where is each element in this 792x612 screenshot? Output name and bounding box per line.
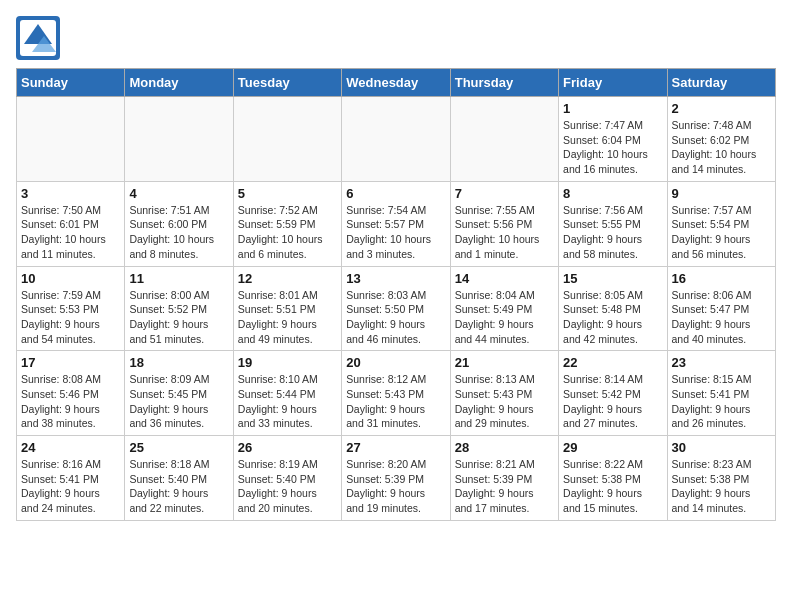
day-number: 3 <box>21 186 120 201</box>
calendar-cell: 24Sunrise: 8:16 AM Sunset: 5:41 PM Dayli… <box>17 436 125 521</box>
day-info: Sunrise: 8:04 AM Sunset: 5:49 PM Dayligh… <box>455 288 554 347</box>
calendar-cell: 12Sunrise: 8:01 AM Sunset: 5:51 PM Dayli… <box>233 266 341 351</box>
logo <box>16 16 64 60</box>
calendar-cell: 27Sunrise: 8:20 AM Sunset: 5:39 PM Dayli… <box>342 436 450 521</box>
logo-icon <box>16 16 60 60</box>
day-info: Sunrise: 8:01 AM Sunset: 5:51 PM Dayligh… <box>238 288 337 347</box>
calendar-cell: 25Sunrise: 8:18 AM Sunset: 5:40 PM Dayli… <box>125 436 233 521</box>
day-number: 6 <box>346 186 445 201</box>
day-info: Sunrise: 8:05 AM Sunset: 5:48 PM Dayligh… <box>563 288 662 347</box>
calendar-body: 1Sunrise: 7:47 AM Sunset: 6:04 PM Daylig… <box>17 97 776 521</box>
calendar-cell: 14Sunrise: 8:04 AM Sunset: 5:49 PM Dayli… <box>450 266 558 351</box>
calendar-cell: 16Sunrise: 8:06 AM Sunset: 5:47 PM Dayli… <box>667 266 775 351</box>
weekday-header-saturday: Saturday <box>667 69 775 97</box>
day-number: 18 <box>129 355 228 370</box>
calendar-week-3: 10Sunrise: 7:59 AM Sunset: 5:53 PM Dayli… <box>17 266 776 351</box>
day-info: Sunrise: 7:48 AM Sunset: 6:02 PM Dayligh… <box>672 118 771 177</box>
day-info: Sunrise: 8:14 AM Sunset: 5:42 PM Dayligh… <box>563 372 662 431</box>
day-info: Sunrise: 7:56 AM Sunset: 5:55 PM Dayligh… <box>563 203 662 262</box>
calendar-cell <box>233 97 341 182</box>
calendar-cell: 1Sunrise: 7:47 AM Sunset: 6:04 PM Daylig… <box>559 97 667 182</box>
day-number: 5 <box>238 186 337 201</box>
calendar-week-4: 17Sunrise: 8:08 AM Sunset: 5:46 PM Dayli… <box>17 351 776 436</box>
day-info: Sunrise: 7:47 AM Sunset: 6:04 PM Dayligh… <box>563 118 662 177</box>
calendar-cell: 18Sunrise: 8:09 AM Sunset: 5:45 PM Dayli… <box>125 351 233 436</box>
weekday-header-monday: Monday <box>125 69 233 97</box>
day-info: Sunrise: 8:16 AM Sunset: 5:41 PM Dayligh… <box>21 457 120 516</box>
day-number: 4 <box>129 186 228 201</box>
day-number: 11 <box>129 271 228 286</box>
day-info: Sunrise: 8:20 AM Sunset: 5:39 PM Dayligh… <box>346 457 445 516</box>
day-number: 14 <box>455 271 554 286</box>
calendar-week-5: 24Sunrise: 8:16 AM Sunset: 5:41 PM Dayli… <box>17 436 776 521</box>
day-info: Sunrise: 8:13 AM Sunset: 5:43 PM Dayligh… <box>455 372 554 431</box>
day-number: 19 <box>238 355 337 370</box>
calendar-cell: 23Sunrise: 8:15 AM Sunset: 5:41 PM Dayli… <box>667 351 775 436</box>
day-info: Sunrise: 7:57 AM Sunset: 5:54 PM Dayligh… <box>672 203 771 262</box>
calendar-cell <box>342 97 450 182</box>
calendar-cell <box>125 97 233 182</box>
weekday-header-thursday: Thursday <box>450 69 558 97</box>
weekday-header-sunday: Sunday <box>17 69 125 97</box>
day-number: 15 <box>563 271 662 286</box>
calendar-week-2: 3Sunrise: 7:50 AM Sunset: 6:01 PM Daylig… <box>17 181 776 266</box>
day-number: 23 <box>672 355 771 370</box>
calendar-cell: 10Sunrise: 7:59 AM Sunset: 5:53 PM Dayli… <box>17 266 125 351</box>
day-info: Sunrise: 8:18 AM Sunset: 5:40 PM Dayligh… <box>129 457 228 516</box>
day-number: 21 <box>455 355 554 370</box>
day-number: 26 <box>238 440 337 455</box>
weekday-header-tuesday: Tuesday <box>233 69 341 97</box>
day-info: Sunrise: 7:54 AM Sunset: 5:57 PM Dayligh… <box>346 203 445 262</box>
calendar-cell <box>450 97 558 182</box>
calendar-cell: 4Sunrise: 7:51 AM Sunset: 6:00 PM Daylig… <box>125 181 233 266</box>
day-number: 10 <box>21 271 120 286</box>
day-number: 17 <box>21 355 120 370</box>
day-info: Sunrise: 8:00 AM Sunset: 5:52 PM Dayligh… <box>129 288 228 347</box>
calendar-cell: 29Sunrise: 8:22 AM Sunset: 5:38 PM Dayli… <box>559 436 667 521</box>
calendar-cell: 15Sunrise: 8:05 AM Sunset: 5:48 PM Dayli… <box>559 266 667 351</box>
day-info: Sunrise: 8:09 AM Sunset: 5:45 PM Dayligh… <box>129 372 228 431</box>
day-info: Sunrise: 7:59 AM Sunset: 5:53 PM Dayligh… <box>21 288 120 347</box>
day-info: Sunrise: 8:08 AM Sunset: 5:46 PM Dayligh… <box>21 372 120 431</box>
calendar-cell: 20Sunrise: 8:12 AM Sunset: 5:43 PM Dayli… <box>342 351 450 436</box>
day-info: Sunrise: 7:52 AM Sunset: 5:59 PM Dayligh… <box>238 203 337 262</box>
day-number: 13 <box>346 271 445 286</box>
day-number: 24 <box>21 440 120 455</box>
calendar-cell: 6Sunrise: 7:54 AM Sunset: 5:57 PM Daylig… <box>342 181 450 266</box>
day-number: 2 <box>672 101 771 116</box>
weekday-header-wednesday: Wednesday <box>342 69 450 97</box>
calendar-cell: 13Sunrise: 8:03 AM Sunset: 5:50 PM Dayli… <box>342 266 450 351</box>
day-number: 28 <box>455 440 554 455</box>
day-number: 22 <box>563 355 662 370</box>
calendar-cell: 7Sunrise: 7:55 AM Sunset: 5:56 PM Daylig… <box>450 181 558 266</box>
day-number: 12 <box>238 271 337 286</box>
calendar-cell: 5Sunrise: 7:52 AM Sunset: 5:59 PM Daylig… <box>233 181 341 266</box>
calendar-table: SundayMondayTuesdayWednesdayThursdayFrid… <box>16 68 776 521</box>
day-info: Sunrise: 7:51 AM Sunset: 6:00 PM Dayligh… <box>129 203 228 262</box>
calendar-cell: 11Sunrise: 8:00 AM Sunset: 5:52 PM Dayli… <box>125 266 233 351</box>
day-number: 7 <box>455 186 554 201</box>
day-info: Sunrise: 8:03 AM Sunset: 5:50 PM Dayligh… <box>346 288 445 347</box>
day-info: Sunrise: 8:12 AM Sunset: 5:43 PM Dayligh… <box>346 372 445 431</box>
calendar-cell <box>17 97 125 182</box>
calendar-cell: 8Sunrise: 7:56 AM Sunset: 5:55 PM Daylig… <box>559 181 667 266</box>
day-number: 16 <box>672 271 771 286</box>
day-number: 20 <box>346 355 445 370</box>
calendar-cell: 19Sunrise: 8:10 AM Sunset: 5:44 PM Dayli… <box>233 351 341 436</box>
day-info: Sunrise: 7:50 AM Sunset: 6:01 PM Dayligh… <box>21 203 120 262</box>
day-info: Sunrise: 7:55 AM Sunset: 5:56 PM Dayligh… <box>455 203 554 262</box>
calendar-cell: 2Sunrise: 7:48 AM Sunset: 6:02 PM Daylig… <box>667 97 775 182</box>
calendar-header-row: SundayMondayTuesdayWednesdayThursdayFrid… <box>17 69 776 97</box>
day-info: Sunrise: 8:15 AM Sunset: 5:41 PM Dayligh… <box>672 372 771 431</box>
calendar-cell: 30Sunrise: 8:23 AM Sunset: 5:38 PM Dayli… <box>667 436 775 521</box>
calendar-cell: 9Sunrise: 7:57 AM Sunset: 5:54 PM Daylig… <box>667 181 775 266</box>
day-info: Sunrise: 8:06 AM Sunset: 5:47 PM Dayligh… <box>672 288 771 347</box>
weekday-header-friday: Friday <box>559 69 667 97</box>
day-number: 9 <box>672 186 771 201</box>
calendar-cell: 17Sunrise: 8:08 AM Sunset: 5:46 PM Dayli… <box>17 351 125 436</box>
calendar-week-1: 1Sunrise: 7:47 AM Sunset: 6:04 PM Daylig… <box>17 97 776 182</box>
calendar-cell: 28Sunrise: 8:21 AM Sunset: 5:39 PM Dayli… <box>450 436 558 521</box>
day-number: 27 <box>346 440 445 455</box>
calendar-cell: 22Sunrise: 8:14 AM Sunset: 5:42 PM Dayli… <box>559 351 667 436</box>
day-number: 30 <box>672 440 771 455</box>
